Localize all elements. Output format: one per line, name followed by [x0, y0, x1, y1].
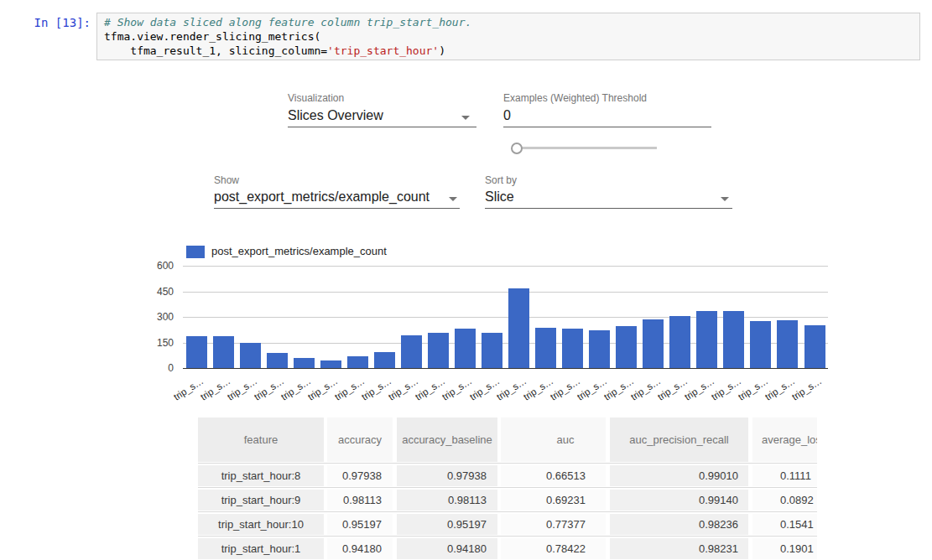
table-cell: 0.98113	[327, 490, 393, 511]
bar[interactable]	[669, 316, 690, 368]
table-cell: 0.99140	[610, 490, 748, 511]
visualization-dropdown[interactable]: Slices Overview	[288, 108, 476, 127]
table-cell: 0.69231	[501, 490, 606, 511]
chevron-down-icon	[449, 197, 457, 201]
bar[interactable]	[240, 343, 261, 368]
bar[interactable]	[267, 353, 288, 368]
metrics-table: featureaccuracyaccuracy_baselineaucauc_p…	[198, 417, 817, 560]
bar[interactable]	[401, 335, 422, 368]
bar[interactable]	[535, 328, 556, 368]
table-cell: 0.98236	[610, 514, 748, 535]
table-cell: 0.1111	[752, 465, 817, 486]
gridline	[183, 292, 828, 293]
show-label: Show	[214, 174, 239, 186]
code-string: 'trip_start_hour'	[327, 44, 439, 57]
table-cell: 0.66513	[501, 465, 606, 486]
y-axis-tick-label: 450	[143, 286, 174, 298]
bar[interactable]	[777, 320, 798, 368]
table-cell: 0.99010	[610, 465, 748, 486]
table-cell: 0.77377	[501, 514, 606, 535]
table-row: trip_start_hour:10.941800.941800.784220.…	[198, 538, 817, 559]
table-cell: 0.94180	[397, 538, 497, 559]
table-header-cell[interactable]: auc	[501, 417, 606, 462]
gridline	[183, 266, 828, 267]
table-cell: trip_start_hour:9	[198, 490, 324, 511]
bar[interactable]	[186, 336, 207, 368]
threshold-input[interactable]: 0	[503, 108, 711, 127]
table-header-row: featureaccuracyaccuracy_baselineaucauc_p…	[198, 417, 817, 462]
bar[interactable]	[213, 336, 234, 368]
show-dropdown[interactable]: post_export_metrics/example_count	[214, 189, 460, 209]
table-row: trip_start_hour:90.981130.981130.692310.…	[198, 490, 817, 511]
bar[interactable]	[347, 356, 368, 368]
table-cell: 0.98113	[397, 490, 497, 511]
bar[interactable]	[562, 329, 583, 368]
sortby-label: Sort by	[485, 174, 517, 186]
table-cell: 0.98231	[610, 538, 748, 559]
show-value: post_export_metrics/example_count	[214, 189, 430, 204]
table-cell: 0.1541	[752, 514, 817, 535]
table-header-cell[interactable]: accuracy_baseline	[397, 417, 497, 462]
bar[interactable]	[455, 329, 476, 368]
y-axis-tick-label: 300	[143, 311, 174, 323]
slider-handle[interactable]	[511, 143, 523, 154]
bar[interactable]	[374, 352, 395, 368]
bar[interactable]	[804, 325, 825, 368]
visualization-label: Visualization	[288, 92, 344, 104]
bar[interactable]	[616, 326, 637, 368]
table-header-cell[interactable]: accuracy	[327, 417, 393, 462]
code-editor[interactable]: # Show data sliced along feature column …	[96, 13, 920, 60]
threshold-label: Examples (Weighted) Threshold	[503, 92, 647, 104]
bar[interactable]	[723, 311, 744, 368]
bar[interactable]	[482, 333, 502, 368]
bar[interactable]	[428, 333, 449, 368]
code-comment: # Show data sliced along feature column …	[104, 16, 471, 29]
table-row: trip_start_hour:100.951970.951970.773770…	[198, 514, 817, 535]
bar[interactable]	[750, 321, 771, 368]
legend-swatch	[186, 246, 205, 258]
bar[interactable]	[320, 360, 341, 368]
y-axis-tick-label: 150	[143, 337, 174, 349]
threshold-value: 0	[503, 108, 511, 122]
table-header-cell[interactable]: feature	[198, 417, 324, 462]
sortby-dropdown[interactable]: Slice	[485, 189, 732, 209]
code-line-3: tfma_result_1, slicing_column='trip_star…	[104, 44, 445, 57]
table-cell: 0.95197	[397, 514, 497, 535]
legend-label: post_export_metrics/example_count	[211, 245, 387, 257]
slider-track[interactable]	[520, 147, 657, 149]
y-axis-tick-label: 600	[143, 260, 174, 272]
table-cell: 0.97938	[327, 465, 393, 486]
bar[interactable]	[643, 319, 664, 368]
input-prompt: In [13]:	[13, 16, 91, 29]
y-axis-tick-label: 0	[143, 362, 174, 374]
x-axis-line	[183, 368, 828, 369]
table-cell: 0.94180	[327, 538, 393, 559]
table-cell: trip_start_hour:8	[198, 465, 324, 486]
table-cell: 0.95197	[327, 514, 393, 535]
table-cell: 0.78422	[501, 538, 606, 559]
table-header-cell[interactable]: auc_precision_recall	[610, 417, 748, 462]
table-cell: 0.1901	[752, 538, 817, 559]
bar[interactable]	[294, 358, 315, 368]
chevron-down-icon	[721, 197, 729, 201]
table-cell: 0.0892	[752, 490, 817, 511]
table-cell: 0.97938	[397, 465, 497, 486]
bar[interactable]	[589, 330, 610, 368]
table-cell: trip_start_hour:1	[198, 538, 324, 559]
bar[interactable]	[696, 311, 717, 368]
chevron-down-icon	[461, 116, 470, 120]
code-line-2: tfma.view.render_slicing_metrics(	[104, 30, 320, 43]
table-cell: trip_start_hour:10	[198, 514, 324, 535]
table-header-cell[interactable]: average_loss	[752, 417, 817, 462]
sortby-value: Slice	[485, 189, 514, 204]
bar[interactable]	[508, 288, 529, 368]
table-row: trip_start_hour:80.979380.979380.665130.…	[198, 465, 817, 486]
visualization-value: Slices Overview	[288, 108, 383, 122]
